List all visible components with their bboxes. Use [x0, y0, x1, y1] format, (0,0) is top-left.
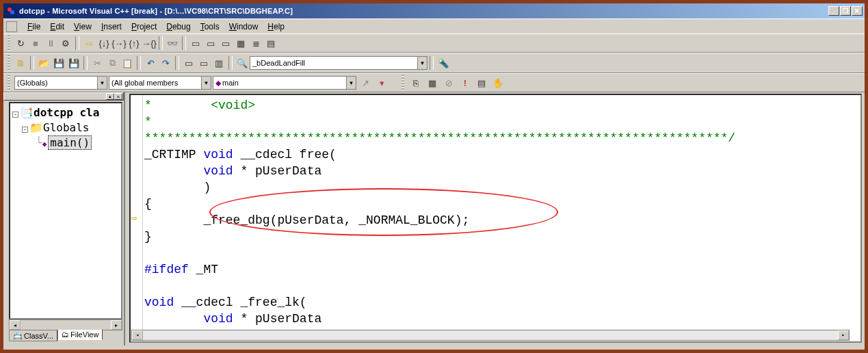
- class-combo-text: (Globals): [17, 79, 96, 87]
- pane-pin-icon[interactable]: ▴: [106, 93, 114, 100]
- breakpoint-button[interactable]: ✋: [490, 75, 505, 90]
- workspace-button[interactable]: ▭: [181, 55, 196, 70]
- stop-build-button[interactable]: ⊘: [441, 75, 456, 90]
- show-next-button[interactable]: ⇨: [81, 36, 96, 51]
- scroll-left-icon[interactable]: ◂: [10, 320, 21, 330]
- wnd-list-button[interactable]: ▥: [211, 55, 226, 70]
- open-button[interactable]: 📂: [36, 55, 51, 70]
- editor-hscroll[interactable]: ◂ ▸: [131, 330, 850, 341]
- mdi-icon[interactable]: [6, 21, 17, 32]
- menu-debug[interactable]: Debug: [161, 21, 195, 33]
- registers-window-button[interactable]: ▭: [218, 36, 233, 51]
- standard-toolbar: 🗎 📂 💾 💾 ✂ ⧉ 📋 ↶ ↷ ▭ ▭ ▥ 🔍 _bDeadLandFill…: [3, 53, 865, 73]
- new-button[interactable]: 🗎: [13, 55, 28, 70]
- dropdown-arrow-icon[interactable]: ▼: [97, 77, 107, 89]
- class-tree[interactable]: -📑dotcpp cla -📁Globals └◆main(): [9, 102, 122, 319]
- scroll-right-icon[interactable]: ▸: [111, 320, 122, 330]
- actions-button[interactable]: ▾: [374, 75, 389, 90]
- paste-button[interactable]: 📋: [120, 55, 135, 70]
- menu-window[interactable]: Window: [224, 21, 263, 33]
- save-button[interactable]: 💾: [51, 55, 66, 70]
- quickwatch-button[interactable]: 👓: [165, 36, 180, 51]
- scroll-right-icon[interactable]: ▸: [838, 330, 849, 340]
- cut-button[interactable]: ✂: [90, 55, 105, 70]
- execute-button[interactable]: !: [458, 75, 473, 90]
- dropdown-arrow-icon[interactable]: ▼: [417, 57, 427, 69]
- step-over-button[interactable]: {→}: [111, 36, 127, 51]
- disasm-window-button[interactable]: ▤: [263, 36, 278, 51]
- go-button[interactable]: ▤: [474, 75, 489, 90]
- menu-insert[interactable]: Insert: [96, 21, 127, 33]
- member-icon: ◆: [215, 79, 221, 88]
- maximize-button[interactable]: ❐: [840, 6, 851, 16]
- current-line-arrow-icon: ⇨: [131, 210, 137, 226]
- classview-icon: 📇: [13, 331, 23, 340]
- save-all-button[interactable]: 💾: [66, 55, 81, 70]
- stop-debug-button[interactable]: ■: [28, 36, 43, 51]
- wizard-bar: (Globals) ▼ (All global members ▼ ◆ main…: [3, 73, 865, 92]
- tree-root[interactable]: -📑dotcpp cla: [12, 105, 121, 120]
- filter-combo[interactable]: (All global members ▼: [109, 76, 211, 90]
- variables-window-button[interactable]: ▭: [203, 36, 218, 51]
- close-button[interactable]: ✕: [852, 6, 863, 16]
- toolbar-grip[interactable]: [8, 75, 10, 90]
- toolbar-grip[interactable]: [402, 75, 404, 90]
- dropdown-arrow-icon[interactable]: ▼: [346, 77, 356, 89]
- editor-pane: ⇨ * <void> * ***************************…: [128, 92, 865, 345]
- debug-toolbar: ↻ ■ ⏸ ⚙ ⇨ {↓} {→} {↑} →{} 👓 ▭ ▭ ▭ ▦ ≣ ▤: [3, 34, 865, 53]
- menu-tools[interactable]: Tools: [196, 21, 224, 33]
- workspace-tabs: 📇ClassV... 🗂FileView: [9, 330, 122, 344]
- menu-help[interactable]: Help: [263, 21, 289, 33]
- workspace-pane: ▴ × -📑dotcpp cla -📁Globals └◆main() ◂ ▸ …: [3, 92, 125, 345]
- output-button[interactable]: ▭: [196, 55, 211, 70]
- minimize-button[interactable]: _: [828, 6, 839, 16]
- pane-close-icon[interactable]: ×: [114, 93, 122, 100]
- class-combo[interactable]: (Globals) ▼: [14, 76, 107, 90]
- menu-edit[interactable]: Edit: [45, 21, 69, 33]
- apply-changes-button[interactable]: ⚙: [58, 36, 73, 51]
- find-text: _bDeadLandFill: [252, 59, 416, 67]
- watch-window-button[interactable]: ▭: [188, 36, 203, 51]
- build-button[interactable]: ▦: [425, 75, 440, 90]
- restart-debug-button[interactable]: ↻: [13, 36, 28, 51]
- svg-point-1: [10, 10, 14, 14]
- toolbar-grip[interactable]: [8, 55, 10, 70]
- step-out-button[interactable]: {↑}: [127, 36, 142, 51]
- undo-button[interactable]: ↶: [143, 55, 158, 70]
- main-area: ▴ × -📑dotcpp cla -📁Globals └◆main() ◂ ▸ …: [3, 92, 865, 345]
- goto-button[interactable]: ↗: [358, 75, 373, 90]
- tree-item-main[interactable]: └◆main(): [12, 135, 121, 152]
- menu-file[interactable]: File: [23, 21, 45, 33]
- run-to-button[interactable]: →{}: [142, 36, 157, 51]
- find-in-files-button[interactable]: 🔦: [436, 55, 451, 70]
- app-icon: [5, 5, 16, 16]
- callstack-window-button[interactable]: ≣: [248, 36, 263, 51]
- scroll-left-icon[interactable]: ◂: [132, 330, 143, 340]
- members-combo[interactable]: ◆ main ▼: [213, 76, 356, 90]
- compile-button[interactable]: ⎘: [408, 75, 423, 90]
- fileview-icon: 🗂: [62, 330, 69, 339]
- code-editor[interactable]: ⇨ * <void> * ***************************…: [129, 94, 862, 343]
- menu-project[interactable]: Project: [127, 21, 161, 33]
- menu-bar: File Edit View Insert Project Debug Tool…: [3, 18, 865, 34]
- members-combo-text: main: [222, 79, 345, 87]
- tab-classview[interactable]: 📇ClassV...: [9, 330, 57, 341]
- toolbar-grip[interactable]: [8, 36, 10, 51]
- tab-fileview[interactable]: 🗂FileView: [57, 330, 103, 340]
- window-title: dotcpp - Microsoft Visual C++ [break] - …: [19, 7, 828, 15]
- dropdown-arrow-icon[interactable]: ▼: [201, 77, 211, 89]
- tab-label: ClassV...: [24, 332, 53, 340]
- break-button[interactable]: ⏸: [43, 36, 58, 51]
- menu-view[interactable]: View: [69, 21, 96, 33]
- find-combo[interactable]: _bDeadLandFill ▼: [250, 56, 428, 70]
- redo-button[interactable]: ↷: [158, 55, 173, 70]
- memory-window-button[interactable]: ▦: [233, 36, 248, 51]
- step-into-button[interactable]: {↓}: [96, 36, 111, 51]
- copy-button[interactable]: ⧉: [105, 55, 120, 70]
- tree-item-label: main(): [48, 135, 92, 150]
- tree-folder-label: Globals: [43, 121, 89, 134]
- tab-label: FileView: [70, 330, 98, 339]
- tree-hscroll[interactable]: ◂ ▸: [9, 319, 122, 330]
- filter-combo-text: (All global members: [111, 79, 200, 87]
- tree-folder-globals[interactable]: -📁Globals: [12, 120, 121, 135]
